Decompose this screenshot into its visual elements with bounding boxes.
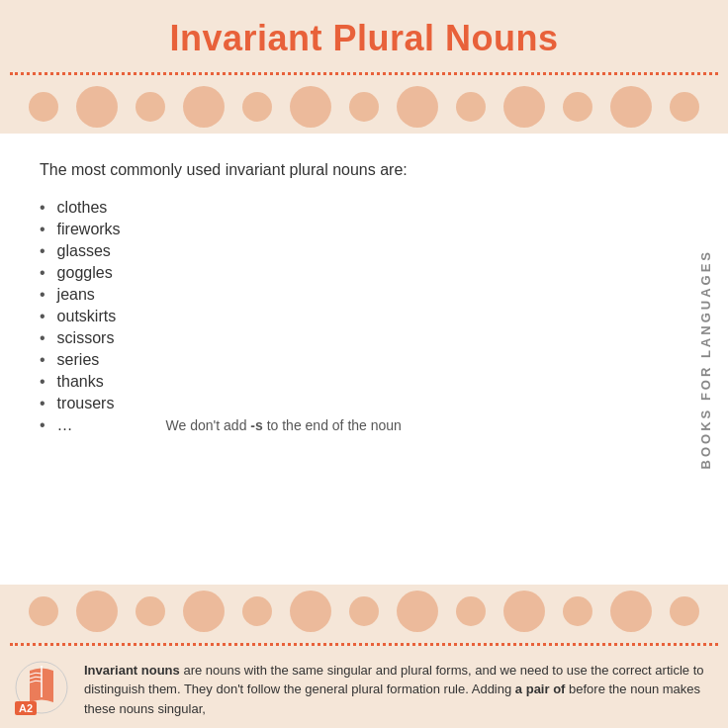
circle-decoration [563,92,592,122]
list-item: trousers [40,393,669,414]
circle-decoration [503,86,545,128]
top-dotted-line [0,67,728,79]
intro-paragraph: The most commonly used invariant plural … [40,158,669,182]
footer-icon-container: A2 [15,661,69,715]
circle-decoration [349,596,379,626]
circle-decoration [456,92,486,122]
circle-decoration [349,92,379,122]
circle-decoration [290,591,331,632]
note-text: We don't add -s to the end of the noun [166,417,402,433]
list-item-last: … We don't add -s to the end of the noun [40,414,669,436]
circle-decoration [136,92,165,122]
main-content: The most commonly used invariant plural … [0,134,728,585]
circle-decoration [29,596,58,626]
circle-decoration [76,86,118,128]
list-item: outskirts [40,306,669,327]
page-title: Invariant Plural Nouns [0,18,728,59]
circle-decoration [503,591,545,632]
circle-decoration [183,591,225,632]
side-label-container: BOOKS FOR LANGUAGES [690,134,720,585]
circle-decoration [670,596,699,626]
circle-decoration [397,86,438,128]
list-item: goggles [40,262,669,284]
circle-decoration [76,591,118,632]
circle-decoration [563,596,592,626]
list-item: clothes [40,197,669,219]
circle-decoration [29,92,58,122]
bottom-circles-row [0,585,728,639]
list-item: fireworks [40,219,669,240]
list-item: scissors [40,327,669,349]
list-item: thanks [40,371,669,393]
circle-decoration [242,92,272,122]
circle-decoration [610,591,652,632]
list-item: series [40,349,669,371]
circle-decoration [183,86,225,128]
content-area: The most commonly used invariant plural … [40,158,698,565]
list-item: jeans [40,284,669,306]
circle-decoration [456,596,486,626]
level-badge: A2 [15,701,37,715]
circle-decoration [242,596,272,626]
circle-decoration [290,86,331,128]
side-label: BOOKS FOR LANGUAGES [698,249,713,469]
circle-decoration [670,92,699,122]
bottom-dotted-line [0,639,728,651]
footer-description: Invariant nouns are nouns with the same … [84,661,713,719]
page: Invariant Plural Nouns The most commonly… [0,0,728,728]
circle-decoration [136,596,165,626]
noun-list: clothes fireworks glasses goggles jeans … [40,197,669,436]
circle-decoration [610,86,652,128]
top-circles-row [0,79,728,134]
list-item: glasses [40,240,669,262]
header: Invariant Plural Nouns [0,0,728,67]
footer: A2 Invariant nouns are nouns with the sa… [0,651,728,729]
circle-decoration [397,591,438,632]
